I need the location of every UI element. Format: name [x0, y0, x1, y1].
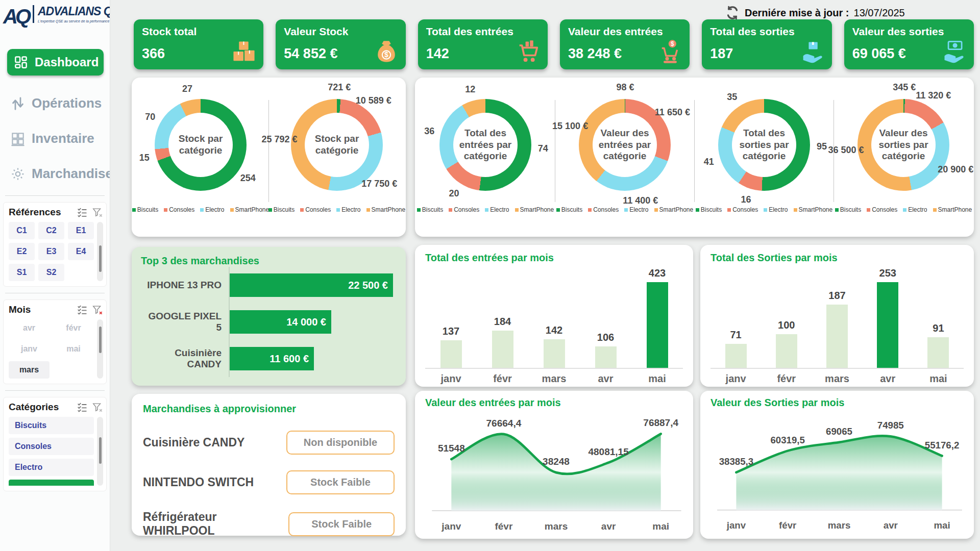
bar: [927, 337, 949, 368]
slicer-item-partial[interactable]: [9, 480, 94, 486]
slicer-item-biscuits[interactable]: Biscuits: [9, 417, 94, 434]
sidebar-item-label: Opérations: [32, 95, 102, 111]
donut-stock-par-categorie-qte: 254157027Stock par catégorie: [140, 85, 261, 205]
svg-text:38248: 38248: [543, 456, 570, 467]
legend-item-electro: Electro: [903, 206, 927, 213]
chart-legend: BiscuitsConsolesElectroSmartPhone: [835, 206, 972, 213]
slicer-item-fevr[interactable]: févr: [53, 319, 94, 337]
card-marchandises-approvisionner: Marchandises à approvisionner Cuisinière…: [132, 394, 406, 536]
refresh-icon[interactable]: [725, 5, 740, 20]
svg-text:55176,2: 55176,2: [925, 440, 959, 450]
month-labels: janvfévrmarsavrmai: [710, 373, 964, 385]
clear-filter-icon[interactable]: [92, 402, 103, 413]
scrollbar-thumb[interactable]: [99, 437, 102, 464]
legend-swatch: [794, 208, 797, 212]
scrollbar[interactable]: [97, 319, 103, 379]
kpi-title: Valeur Stock: [284, 26, 397, 38]
legend-swatch: [230, 208, 234, 212]
slicer-item-s1[interactable]: S1: [9, 264, 35, 281]
legend-item-biscuits: Biscuits: [556, 206, 582, 213]
sidebar-item-label: Marchandises: [32, 166, 110, 182]
scrollbar[interactable]: [97, 222, 103, 281]
bar: [725, 344, 747, 368]
chart-legend: BiscuitsConsolesElectroSmartPhone: [417, 206, 554, 213]
slicer-item-c1[interactable]: C1: [9, 222, 35, 239]
restock-item-name: Cuisinière CANDY: [143, 436, 244, 449]
legend-item-consoles: Consoles: [588, 206, 619, 213]
multiselect-icon[interactable]: [77, 207, 88, 218]
slicer-title: Références: [9, 207, 72, 218]
scrollbar[interactable]: [97, 417, 103, 486]
slicer-item-e3[interactable]: E3: [38, 243, 64, 260]
sorties-mois-bar-chart: 7110018725391janvfévrmarsavrmai: [710, 266, 964, 385]
legend-item-consoles: Consoles: [300, 206, 331, 213]
svg-text:mai: mai: [934, 520, 950, 531]
scrollbar-thumb[interactable]: [99, 327, 102, 353]
slicer-item-c2[interactable]: C2: [38, 222, 64, 239]
svg-text:févr: févr: [495, 521, 512, 532]
card-valeur-sorties-par-mois: Valeur des Sorties par mois 38385,360319…: [700, 391, 974, 539]
donut-center-label: Total des entrées par catégorie: [425, 85, 546, 205]
kpi-card-stock-total: Stock total366: [134, 19, 263, 69]
last-update-date: 13/07/2025: [854, 7, 905, 19]
slicer-item-electro[interactable]: Electro: [9, 459, 94, 476]
dashboard-grid-icon: [13, 55, 29, 70]
top3-bar: 22 500 €: [230, 273, 393, 297]
sidebar-item-dashboard[interactable]: Dashboard: [7, 49, 104, 76]
slicer-item-e4[interactable]: E4: [68, 243, 94, 260]
bar-value-label: 106: [597, 332, 614, 343]
svg-text:mai: mai: [652, 521, 669, 532]
legend-item-biscuits: Biscuits: [835, 206, 861, 213]
restock-title: Marchandises à approvisionner: [143, 403, 395, 415]
sidebar-slicers: RéférencesC1C2E1E2E3E4S1S2Moisavrfévrjan…: [0, 195, 110, 491]
valeur-sorties-area-chart: 38385,360319,5690657498555176,2janvfévrm…: [710, 409, 968, 536]
multiselect-icon[interactable]: [77, 304, 88, 315]
slicer-items: avrfévrjanvmaimars: [9, 319, 97, 379]
slicer-item-janv[interactable]: janv: [9, 340, 50, 358]
slicer-header: Catégories: [9, 402, 103, 413]
clear-filter-icon[interactable]: [92, 207, 103, 218]
donut-valeur-entrees-par-categorie: 98 €11 650 €11 400 €15 100 €Valeur des e…: [565, 85, 685, 205]
card-entrees-par-mois: Total des entrées par mois 1371841421064…: [415, 245, 693, 387]
kpi-title: Total des entrées: [426, 26, 540, 38]
month-label: mai: [913, 373, 964, 385]
brand-name: ADVALIANS QSE: [38, 5, 110, 18]
slicer-title: Mois: [9, 304, 72, 315]
slicer-item-consoles[interactable]: Consoles: [9, 438, 94, 455]
kpi-title: Total des sorties: [710, 26, 823, 38]
brand-monogram: AQ: [2, 5, 32, 27]
bar: [826, 305, 848, 368]
month-label: mars: [812, 373, 862, 385]
entrees-mois-bar-chart: 137184142106423janvfévrmarsavrmai: [425, 266, 683, 385]
slicer-items: C1C2E1E2E3E4S1S2: [9, 222, 97, 281]
scrollbar-thumb[interactable]: [99, 245, 102, 272]
top3-row: IPHONE 13 PRO22 500 €: [141, 267, 397, 304]
clear-filter-icon[interactable]: [92, 304, 103, 315]
sidebar-item-operations[interactable]: Opérations: [0, 90, 110, 117]
multiselect-icon[interactable]: [77, 402, 88, 413]
status-badge: Stock Faible: [288, 512, 395, 536]
kpi-card-valeur-stock: Valeur Stock54 852 €$: [276, 19, 405, 69]
slicer-item-mai[interactable]: mai: [53, 340, 94, 358]
slicer-item-e2[interactable]: E2: [9, 243, 35, 260]
top3-hbar-chart: IPHONE 13 PRO22 500 €GOOGLE PIXEL 514 00…: [141, 267, 397, 377]
sidebar-item-label: Dashboard: [35, 55, 99, 69]
sidebar-item-inventaire[interactable]: Inventaire: [0, 125, 110, 152]
chart-legend: BiscuitsConsolesElectroSmartPhone: [696, 206, 832, 213]
slicer-body: avrfévrjanvmaimars: [9, 319, 103, 379]
slicer-item-e1[interactable]: E1: [68, 222, 94, 239]
divider: [5, 390, 105, 391]
legend-swatch: [654, 208, 658, 212]
slicer-item-s2[interactable]: S2: [38, 264, 64, 281]
slicer-item-avr[interactable]: avr: [9, 319, 50, 337]
bar-plot: 137184142106423: [425, 266, 683, 369]
status-badge: Non disponible: [286, 431, 395, 455]
legend-swatch: [366, 208, 370, 212]
month-label: avr: [580, 373, 631, 385]
bar-value-label: 253: [879, 267, 896, 279]
valeur-sorties-title: Valeur des Sorties par mois: [710, 397, 968, 409]
kpi-card-valeur-des-entrees: Valeur des entrées38 248 €$: [560, 19, 690, 69]
sidebar-item-marchandises[interactable]: Marchandises: [0, 160, 110, 187]
bar-column-janv: 137: [425, 325, 477, 368]
slicer-item-mars[interactable]: mars: [9, 361, 50, 379]
